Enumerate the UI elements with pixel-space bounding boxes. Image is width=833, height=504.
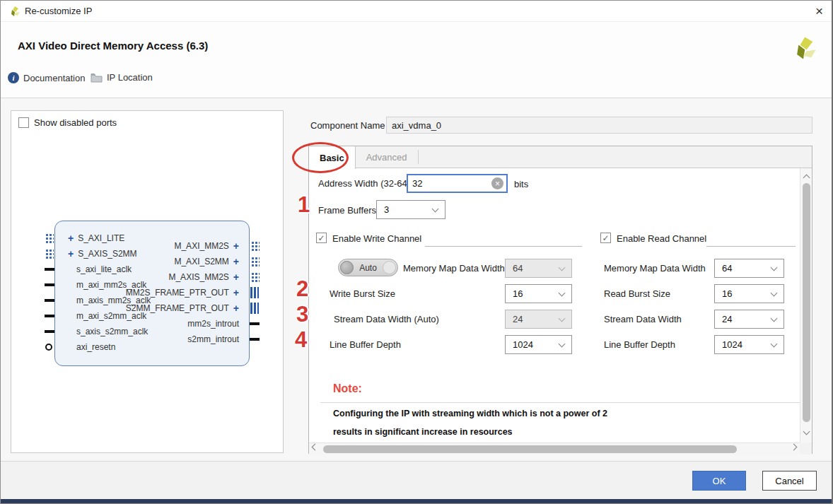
active-low-stub-icon	[45, 344, 52, 351]
ok-button[interactable]: OK	[692, 471, 746, 491]
note-line-1: Configuring the IP with streaming width …	[333, 409, 607, 418]
dialog-body: Show disabled ports	[1, 98, 832, 461]
expand-plus-icon[interactable]: +	[68, 234, 74, 242]
write-mm-data-width-select: 64	[505, 259, 572, 278]
wire-stub-icon	[250, 322, 260, 325]
expand-plus-icon[interactable]: +	[233, 304, 239, 312]
frame-ptr-stub-icon	[250, 303, 259, 314]
read-line-buffer-depth-value: 1024	[722, 339, 742, 350]
documentation-label: Documentation	[23, 73, 85, 83]
read-burst-size-label: Read Burst Size	[604, 288, 670, 299]
chevron-down-icon	[559, 264, 566, 271]
tab-advanced[interactable]: Advanced	[356, 146, 418, 168]
read-line-buffer-depth-select[interactable]: 1024	[714, 335, 784, 354]
write-line-buffer-depth-select[interactable]: 1024	[505, 335, 572, 354]
scroll-down-icon[interactable]	[803, 428, 810, 435]
chevron-down-icon	[771, 264, 778, 271]
port-m-axi-s2mm: M_AXI_S2MM+	[174, 256, 239, 267]
chevron-down-icon	[559, 289, 566, 296]
auto-toggle-label: Auto	[359, 263, 377, 273]
close-icon[interactable]: ×	[815, 3, 823, 20]
enable-write-channel-checkbox[interactable]: ✓	[316, 233, 327, 243]
bus-stub-icon	[250, 240, 260, 251]
tab-strip: Basic Advanced	[309, 146, 812, 168]
write-mm-data-width-value: 64	[513, 263, 523, 274]
ip-block-diagram: +S_AXI_LITE +S_AXIS_S2MM s_axi_lite_aclk…	[54, 221, 250, 366]
write-stream-data-width-label: Stream Data Width (Auto)	[334, 314, 439, 324]
basic-tab-content: Address Width (32-64) × bits Frame Buffe…	[309, 168, 801, 443]
expand-plus-icon[interactable]: +	[68, 250, 74, 258]
dialog-footer: OK Cancel	[1, 461, 832, 500]
port-label: S_AXI_LITE	[78, 233, 124, 243]
wire-stub-icon	[45, 268, 54, 271]
port-label: s_axi_lite_aclk	[76, 264, 132, 274]
component-name-field[interactable]: axi_vdma_0	[386, 117, 812, 134]
chevron-down-icon	[771, 340, 778, 347]
ip-location-link[interactable]: IP Location	[91, 72, 153, 83]
window-title: Re-customize IP	[25, 6, 92, 16]
expand-plus-icon[interactable]: +	[233, 288, 239, 297]
enable-read-channel-checkbox[interactable]: ✓	[600, 233, 611, 243]
scroll-up-icon[interactable]	[803, 175, 810, 182]
read-mm-data-width-value: 64	[722, 263, 732, 274]
read-stream-data-width-label: Stream Data Width	[604, 314, 682, 324]
show-disabled-ports-checkbox[interactable]	[18, 117, 29, 128]
expand-plus-icon[interactable]: +	[233, 273, 239, 281]
read-burst-size-value: 16	[722, 288, 732, 299]
port-s-axi-lite: +S_AXI_LITE	[68, 233, 124, 244]
note-line-2: results in significant increase in resou…	[333, 427, 513, 437]
write-stream-data-width-value: 24	[513, 314, 523, 324]
wire-stub-icon	[250, 338, 260, 341]
check-icon: ✓	[318, 233, 325, 243]
write-section-rule	[425, 246, 582, 247]
port-label: M_AXI_MM2S	[174, 241, 228, 251]
chevron-down-icon	[771, 315, 778, 322]
port-s-axis-s2mm-aclk: s_axis_s2mm_aclk	[76, 326, 148, 337]
auto-toggle[interactable]: Auto	[338, 259, 398, 276]
block-diagram-panel: Show disabled ports	[11, 110, 284, 453]
read-mm-data-width-select[interactable]: 64	[714, 259, 784, 278]
write-burst-size-value: 16	[513, 288, 523, 299]
horizontal-scroll-thumb[interactable]	[323, 445, 737, 453]
chevron-down-icon	[559, 315, 566, 322]
check-icon: ✓	[602, 233, 609, 243]
chevron-down-icon	[771, 289, 778, 296]
clear-input-icon[interactable]: ×	[491, 177, 503, 189]
scroll-left-icon[interactable]	[312, 444, 319, 451]
port-label: S2MM_FRAME_PTR_OUT	[126, 303, 229, 313]
annotation-number-4: 4	[295, 329, 307, 351]
cancel-button[interactable]: Cancel	[762, 471, 817, 491]
scroll-right-icon[interactable]	[791, 444, 798, 451]
port-m-axi-mm2s: M_AXI_MM2S+	[174, 240, 239, 252]
cancel-button-label: Cancel	[775, 476, 803, 486]
port-label: MM2S_FRAME_PTR_OUT	[126, 288, 229, 298]
port-label: M_AXIS_MM2S	[168, 272, 228, 282]
folder-icon	[91, 73, 103, 83]
read-burst-size-select[interactable]: 16	[714, 284, 784, 303]
chevron-down-icon	[432, 205, 439, 212]
read-stream-data-width-select[interactable]: 24	[714, 310, 784, 329]
component-name-label: Component Name	[310, 120, 385, 131]
vertical-scrollbar	[800, 168, 812, 443]
port-mm2s-frame-ptr-out: MM2S_FRAME_PTR_OUT+	[126, 287, 239, 298]
expand-plus-icon[interactable]: +	[233, 242, 239, 250]
note-rule	[320, 402, 800, 403]
wire-stub-icon	[45, 315, 54, 317]
vertical-scroll-thumb[interactable]	[803, 183, 810, 422]
frame-buffers-select[interactable]: 3	[376, 200, 445, 219]
port-label: s_axis_s2mm_aclk	[76, 327, 148, 336]
vivado-logo-icon	[8, 5, 21, 18]
documentation-link[interactable]: i Documentation	[8, 72, 85, 83]
write-burst-size-label: Write Burst Size	[330, 288, 395, 299]
wire-stub-icon	[45, 330, 54, 333]
write-burst-size-select[interactable]: 16	[505, 284, 572, 303]
frame-buffers-label: Frame Buffers	[318, 205, 376, 216]
bits-suffix: bits	[514, 179, 528, 189]
write-line-buffer-depth-label: Line Buffer Depth	[330, 339, 401, 350]
expand-plus-icon[interactable]: +	[233, 257, 239, 266]
port-label: s2mm_introut	[187, 334, 239, 344]
tab-basic[interactable]: Basic	[309, 146, 356, 169]
bus-stub-icon	[45, 248, 54, 259]
bus-stub-icon	[45, 233, 54, 243]
port-s-axi-lite-aclk: s_axi_lite_aclk	[76, 264, 132, 275]
